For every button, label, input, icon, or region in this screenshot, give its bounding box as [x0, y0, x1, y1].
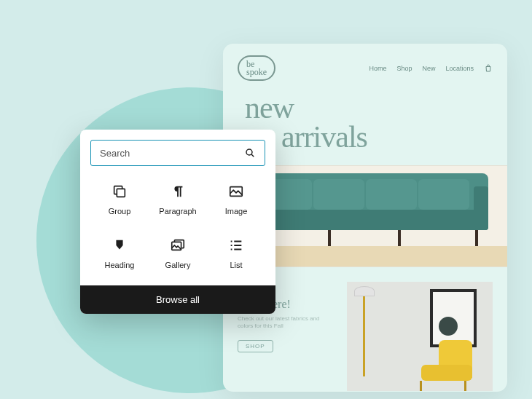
- shop-button[interactable]: SHOP: [238, 340, 273, 352]
- block-label: List: [230, 261, 242, 269]
- logo[interactable]: be spoke: [238, 55, 275, 81]
- site-header: be spoke Home Shop New Locations: [223, 44, 507, 87]
- browse-all-button[interactable]: Browse all: [80, 285, 275, 314]
- promo-image: [347, 282, 493, 391]
- svg-rect-3: [117, 189, 125, 197]
- search-input[interactable]: [100, 148, 238, 159]
- hero-title: new arrivals: [245, 94, 507, 152]
- blocks-grid: Group Paragraph Image Heading Gallery: [80, 176, 275, 285]
- block-inserter-panel: Group Paragraph Image Heading Gallery: [80, 130, 275, 314]
- block-list[interactable]: List: [207, 234, 265, 272]
- image-icon: [228, 183, 244, 200]
- block-gallery[interactable]: Gallery: [149, 234, 207, 272]
- hero-line1: new: [245, 94, 507, 123]
- block-image[interactable]: Image: [207, 181, 265, 218]
- block-label: Heading: [105, 261, 135, 269]
- search-box[interactable]: [90, 140, 265, 166]
- block-label: Paragraph: [159, 207, 196, 216]
- block-paragraph[interactable]: Paragraph: [149, 181, 207, 218]
- group-icon: [112, 183, 128, 200]
- block-heading[interactable]: Heading: [90, 234, 149, 272]
- nav-locations[interactable]: Locations: [445, 65, 474, 72]
- search-icon[interactable]: [244, 147, 256, 159]
- hero-line2: arrivals: [281, 123, 507, 152]
- block-label: Group: [109, 207, 131, 216]
- svg-point-0: [246, 149, 252, 155]
- nav-home[interactable]: Home: [369, 65, 386, 72]
- list-icon: [228, 237, 244, 253]
- block-label: Image: [225, 207, 248, 216]
- heading-icon: [112, 237, 128, 253]
- gallery-icon: [170, 237, 186, 253]
- paragraph-icon: [170, 183, 186, 200]
- promo-subtext: Check out our latest fabrics and colors …: [238, 315, 332, 331]
- nav-shop[interactable]: Shop: [396, 65, 412, 72]
- shopping-bag-icon[interactable]: [484, 64, 493, 73]
- nav-new[interactable]: New: [422, 65, 435, 72]
- block-label: Gallery: [165, 261, 191, 269]
- svg-line-1: [251, 154, 254, 157]
- logo-line2: spoke: [246, 68, 267, 76]
- block-group[interactable]: Group: [90, 181, 149, 218]
- nav: Home Shop New Locations: [369, 64, 493, 73]
